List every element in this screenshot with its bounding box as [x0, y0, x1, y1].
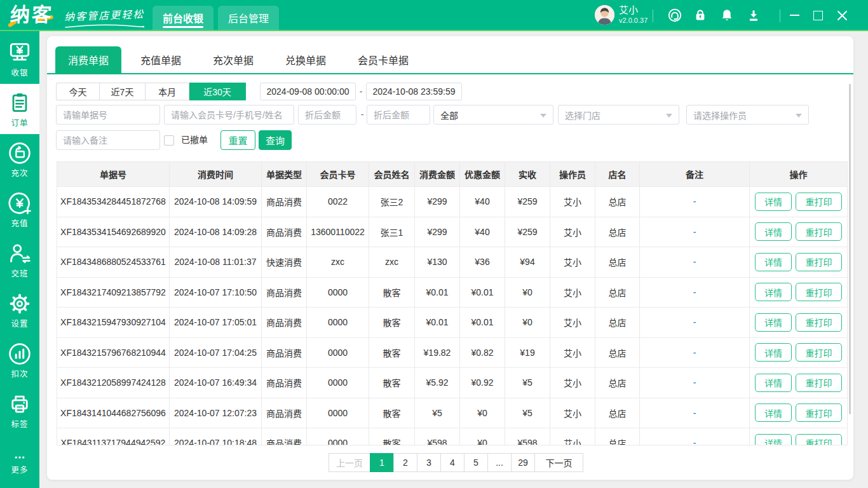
- page-button[interactable]: 上一页: [329, 453, 370, 472]
- bell-icon[interactable]: [719, 8, 735, 23]
- tab-recharge-orders[interactable]: 充值单据: [125, 46, 197, 73]
- tab-member-card-orders[interactable]: 会员卡单据: [342, 46, 424, 73]
- sidebar-item-orders[interactable]: 订单: [0, 84, 39, 134]
- topbar-divider: [780, 10, 780, 22]
- amount-max-input[interactable]: [367, 105, 430, 125]
- table-row: XF1843113717944942592 2024-10-07 10:18:4…: [57, 428, 847, 445]
- reprint-button[interactable]: 重打印: [796, 374, 842, 392]
- member-search-input[interactable]: [164, 105, 294, 125]
- detail-button[interactable]: 详情: [755, 434, 792, 445]
- store-select[interactable]: 选择门店: [558, 105, 679, 125]
- table-row: XF1843217409213857792 2024-10-07 17:10:5…: [57, 277, 847, 308]
- order-no-input[interactable]: [56, 105, 160, 125]
- reprint-button[interactable]: 重打印: [796, 222, 842, 241]
- tab-recharge-times-orders[interactable]: 充次单据: [197, 46, 269, 73]
- page-button[interactable]: 3: [417, 453, 441, 472]
- detail-button[interactable]: 详情: [755, 374, 792, 392]
- cell-amount: ¥299: [415, 187, 460, 217]
- orders-table: 单据号 消费时间 单据类型 会员卡号 会员姓名 消费金额 优惠金额 实收 操作员…: [57, 161, 848, 445]
- cell-store: 总店: [595, 187, 640, 217]
- scrollbar-thumb[interactable]: [849, 84, 851, 414]
- chevron-down-icon: [666, 114, 672, 118]
- page-button[interactable]: 下一页: [534, 453, 583, 472]
- maximize-button[interactable]: [813, 10, 823, 20]
- sidebar-item-shift[interactable]: 交班: [0, 234, 39, 285]
- table-row: XF1843141044682756096 2024-10-07 12:07:2…: [57, 398, 847, 428]
- reprint-button[interactable]: 重打印: [796, 434, 842, 445]
- lock-icon[interactable]: [693, 8, 708, 23]
- cell-card-no: 0000: [307, 308, 369, 337]
- cell-order-no: XF1843212058997424128: [57, 368, 170, 398]
- date-end-input[interactable]: [366, 83, 462, 100]
- quick-range-today[interactable]: 今天: [56, 83, 100, 100]
- orders-icon: [7, 90, 32, 116]
- col-header-time: 消费时间: [170, 162, 262, 186]
- cell-store: 总店: [595, 338, 640, 368]
- remark-input[interactable]: [56, 130, 160, 150]
- close-button[interactable]: [836, 10, 848, 21]
- tab-exchange-orders[interactable]: 兑换单据: [269, 46, 342, 73]
- cell-time: 2024-10-07 17:04:25: [170, 338, 262, 368]
- reprint-button[interactable]: 重打印: [796, 193, 842, 211]
- reset-button[interactable]: 重置: [220, 130, 255, 150]
- col-header-card-no: 会员卡号: [307, 162, 369, 186]
- search-button[interactable]: 查询: [259, 130, 292, 150]
- reprint-button[interactable]: 重打印: [796, 283, 842, 301]
- detail-button[interactable]: 详情: [755, 253, 792, 271]
- sidebar-item-cashier[interactable]: 收银: [0, 34, 39, 84]
- sidebar-item-more[interactable]: 更多: [0, 435, 39, 485]
- reprint-button[interactable]: 重打印: [796, 313, 842, 332]
- page-button[interactable]: 1: [370, 453, 394, 472]
- cell-time: 2024-10-08 11:01:37: [170, 247, 262, 277]
- support-icon[interactable]: [667, 8, 682, 23]
- label-printer-icon: [7, 391, 32, 417]
- cell-card-no: 0000: [307, 398, 369, 428]
- date-start-input[interactable]: [260, 83, 356, 100]
- detail-button[interactable]: 详情: [755, 222, 792, 241]
- sidebar-item-recharge-times[interactable]: 充次: [0, 134, 39, 184]
- amount-range-separator: -: [359, 105, 365, 125]
- date-range-separator: -: [358, 83, 364, 100]
- reprint-button[interactable]: 重打印: [796, 253, 842, 271]
- avatar[interactable]: [595, 5, 614, 25]
- cell-remark: -: [640, 217, 750, 247]
- revoked-checkbox-label[interactable]: 已撤单: [181, 130, 208, 150]
- cell-actions: 详情 重打印: [750, 217, 847, 247]
- cell-type: 商品消费: [262, 338, 307, 368]
- page-button[interactable]: 5: [464, 453, 488, 472]
- quick-range-7days[interactable]: 近7天: [100, 83, 146, 100]
- quick-range-month[interactable]: 本月: [146, 83, 189, 100]
- page-button[interactable]: 4: [440, 453, 465, 472]
- operator-select[interactable]: 请选择操作员: [686, 105, 809, 125]
- download-icon[interactable]: [746, 8, 761, 23]
- reprint-button[interactable]: 重打印: [796, 403, 842, 422]
- page-button[interactable]: 29: [511, 453, 535, 472]
- cell-discount: ¥0: [460, 428, 505, 445]
- detail-button[interactable]: 详情: [755, 403, 792, 422]
- cell-card-no: 13600110022: [307, 217, 369, 247]
- sidebar-item-label-print[interactable]: 标签: [0, 385, 39, 435]
- sidebar-item-settings[interactable]: 设置: [0, 285, 39, 335]
- detail-button[interactable]: 详情: [755, 193, 792, 211]
- amount-min-input[interactable]: [298, 105, 356, 125]
- detail-button[interactable]: 详情: [755, 313, 792, 332]
- tab-consume-orders[interactable]: 消费单据: [55, 46, 121, 73]
- page-button[interactable]: ...: [487, 453, 512, 472]
- reprint-button[interactable]: 重打印: [796, 343, 842, 362]
- detail-button[interactable]: 详情: [755, 343, 792, 362]
- cell-operator: 艾小: [550, 278, 595, 308]
- revoked-checkbox[interactable]: [164, 135, 174, 146]
- quick-range-30days[interactable]: 近30天: [189, 83, 246, 100]
- order-type-select[interactable]: 全部: [433, 105, 553, 125]
- cell-paid: ¥94: [505, 247, 550, 277]
- cell-time: 2024-10-07 17:10:50: [170, 278, 262, 308]
- page-button[interactable]: 2: [393, 453, 417, 472]
- cell-amount: ¥130: [415, 247, 460, 277]
- sidebar-item-deduct-times[interactable]: 扣次: [0, 335, 39, 385]
- minimize-button[interactable]: [788, 9, 801, 22]
- sidebar-item-recharge[interactable]: 充值: [0, 184, 39, 234]
- user-info[interactable]: 艾小 v2.0.0.37: [619, 4, 648, 25]
- sidebar: 收银 订单 充次 充值 交班: [0, 31, 39, 488]
- detail-button[interactable]: 详情: [755, 283, 792, 301]
- cell-actions: 详情 重打印: [750, 308, 847, 337]
